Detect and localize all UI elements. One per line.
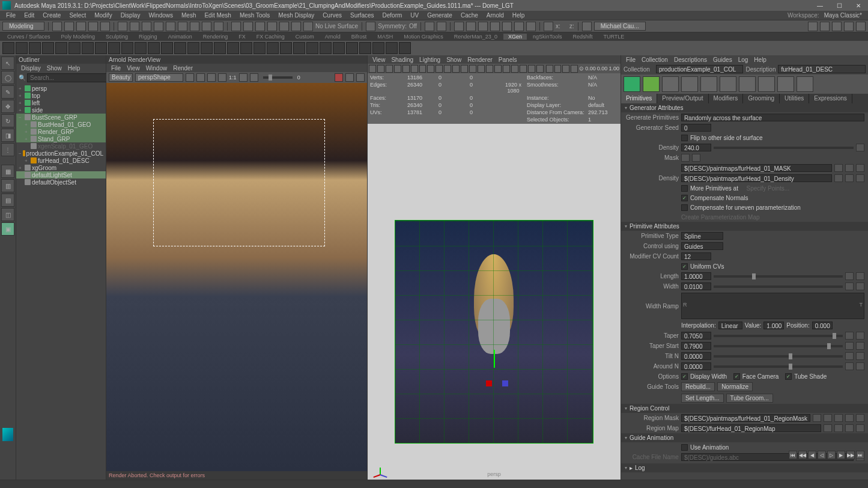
chevron-down-icon[interactable] [692, 154, 700, 162]
ramp-position-input[interactable]: 0.000 [812, 322, 833, 329]
xgen-tool-icon[interactable] [758, 76, 775, 92]
shelf-icon[interactable] [16, 42, 28, 54]
region-map-input[interactable]: $(DESC)/furHead_01_RegionMap [681, 424, 821, 432]
map-icon[interactable] [824, 414, 832, 422]
menu-curves[interactable]: Curves [319, 12, 345, 19]
taper-slider[interactable] [714, 335, 843, 337]
outliner-tree[interactable]: +persp +top +left +side −BustScene_GRP +… [16, 84, 106, 480]
ramp-value-input[interactable]: 1.000 [763, 322, 784, 329]
xgen-tool-icon[interactable] [720, 76, 736, 92]
xgen-tab-grooming[interactable]: Grooming [743, 94, 780, 103]
vp-menu-panels[interactable]: Panels [496, 56, 520, 63]
xgen-tab-modifiers[interactable]: Modifiers [709, 94, 744, 103]
save-scene-icon[interactable] [76, 22, 86, 31]
render-setup-icon[interactable] [514, 22, 524, 31]
move-gizmo-x[interactable] [486, 380, 492, 386]
layout-icon[interactable]: ▣ [1, 222, 14, 236]
density-slider[interactable] [714, 147, 854, 149]
menu-help[interactable]: Help [509, 12, 529, 19]
expand-icon[interactable] [845, 342, 854, 350]
width-slider[interactable] [714, 285, 843, 288]
render-region-box[interactable] [153, 119, 325, 246]
shelf-tab[interactable]: TURTLE [598, 34, 629, 40]
play-back-icon[interactable]: ◁ [818, 451, 826, 459]
shelf-tab[interactable]: ngSkinTools [528, 34, 567, 40]
toggle-attr-icon[interactable] [808, 22, 818, 31]
normalize-button[interactable]: Normalize [717, 382, 753, 391]
paint-select-icon[interactable]: ✎ [1, 85, 14, 99]
render-camera-dropdown[interactable]: perspShape [135, 73, 183, 82]
vp-icon[interactable] [419, 65, 426, 73]
vp-icon[interactable] [486, 65, 493, 73]
paint-icon[interactable] [834, 164, 843, 172]
rotate-tool-icon[interactable]: ↻ [1, 114, 14, 127]
taper-start-slider[interactable] [714, 345, 843, 347]
comp-uneven-checkbox[interactable] [681, 204, 688, 211]
render-icon[interactable] [454, 22, 464, 31]
width-ramp[interactable]: RT [681, 293, 864, 319]
vp-icon[interactable] [402, 65, 410, 73]
chevron-down-icon[interactable] [856, 352, 864, 360]
xgen-tool-icon[interactable] [624, 76, 640, 92]
save-icon[interactable] [218, 73, 226, 82]
go-end-icon[interactable]: ⏭ [856, 451, 864, 459]
section-primitive[interactable]: Primitive Attributes [621, 222, 868, 231]
render-icon[interactable] [186, 73, 194, 82]
shelf-tab[interactable]: Bifrost [347, 34, 372, 40]
xgen-tool-icon[interactable] [662, 76, 679, 92]
chevron-down-icon[interactable] [856, 282, 864, 290]
xgen-tab-expressions[interactable]: Expressions [809, 94, 852, 103]
prim-type-dropdown[interactable]: Spline [681, 232, 723, 240]
menu-generate[interactable]: Generate [423, 12, 456, 19]
vp-menu-lighting[interactable]: Lighting [417, 56, 443, 63]
paint-icon[interactable] [813, 414, 821, 422]
collection-dropdown[interactable]: productionExample_01_COL [656, 65, 744, 73]
menu-display[interactable]: Display [117, 12, 144, 19]
menu-mesh-tools[interactable]: Mesh Tools [236, 12, 273, 19]
region-mask-input[interactable]: $(DESC)/paintmaps/furHead_01_RegionMask [681, 414, 810, 422]
shelf-icon[interactable] [293, 42, 305, 54]
last-tool-icon[interactable]: ⋮ [1, 143, 14, 156]
expand-icon[interactable] [845, 282, 854, 290]
section-log[interactable]: ▸ Log [621, 463, 868, 472]
vp-icon[interactable] [452, 65, 460, 73]
xg-menu-help[interactable]: Help [751, 56, 769, 63]
shelf-icon[interactable] [42, 42, 54, 54]
expand-icon[interactable] [845, 352, 854, 360]
outliner-menu-help[interactable]: Help [65, 65, 83, 72]
xgen-tool-icon[interactable] [700, 76, 717, 92]
interp-dropdown[interactable]: Linear [718, 322, 742, 329]
menu-cache[interactable]: Cache [457, 12, 482, 19]
lasso-tool-icon[interactable]: ◯ [1, 71, 14, 84]
layout-icon[interactable]: ▤ [1, 194, 14, 207]
redo-icon[interactable] [100, 22, 110, 31]
new-scene-icon[interactable] [52, 22, 62, 31]
minimize-button[interactable]: — [813, 1, 827, 10]
rebuild-button[interactable]: Rebuild... [681, 382, 715, 391]
vp-icon[interactable] [478, 65, 485, 73]
tube-shade-checkbox[interactable]: ✓ [785, 373, 792, 380]
rv-menu-view[interactable]: View [124, 65, 142, 72]
taper-input[interactable]: 0.7050 [681, 332, 711, 340]
flip-checkbox[interactable] [681, 135, 688, 141]
vp-menu-view[interactable]: View [370, 56, 388, 63]
gen-seed-input[interactable]: 0 [681, 124, 711, 132]
face-cam-checkbox[interactable]: ✓ [733, 373, 740, 380]
render-seq-icon[interactable] [478, 22, 488, 31]
shelf-icon[interactable] [306, 42, 318, 54]
vp-icon[interactable] [520, 65, 527, 73]
select-mode-icon[interactable] [142, 22, 151, 31]
paint-icon[interactable] [834, 174, 843, 182]
shelf-icon[interactable] [82, 42, 94, 54]
shelf-icon[interactable] [187, 42, 199, 54]
shelf-tab[interactable]: Animation [163, 34, 197, 40]
step-back-icon[interactable]: ◀◀ [798, 451, 807, 459]
chevron-down-icon[interactable] [856, 414, 864, 422]
description-dropdown[interactable]: furHead_01_DESC [778, 65, 866, 73]
refresh-icon[interactable] [207, 73, 216, 82]
stop-icon[interactable] [196, 73, 205, 82]
history-icon[interactable] [425, 22, 434, 31]
menu-modify[interactable]: Modify [91, 12, 115, 19]
vp-icon[interactable] [511, 65, 518, 73]
maximize-button[interactable]: ☐ [832, 1, 846, 10]
